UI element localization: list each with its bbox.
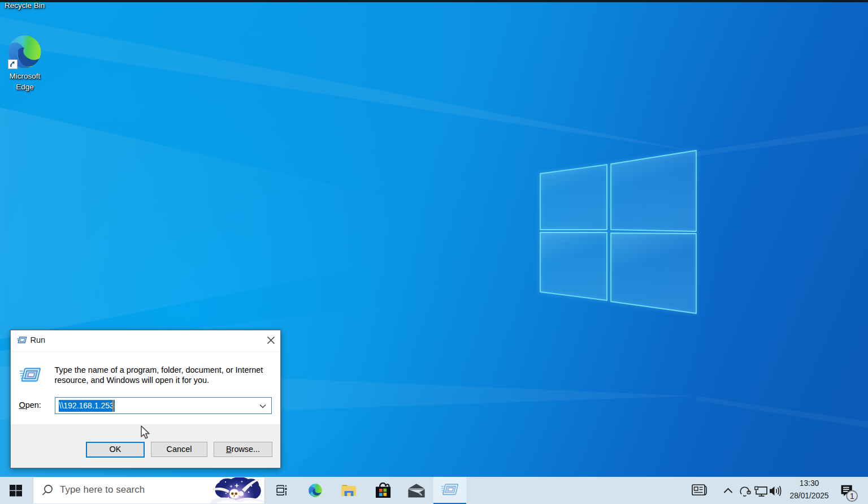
svg-text:1: 1 bbox=[850, 492, 854, 501]
